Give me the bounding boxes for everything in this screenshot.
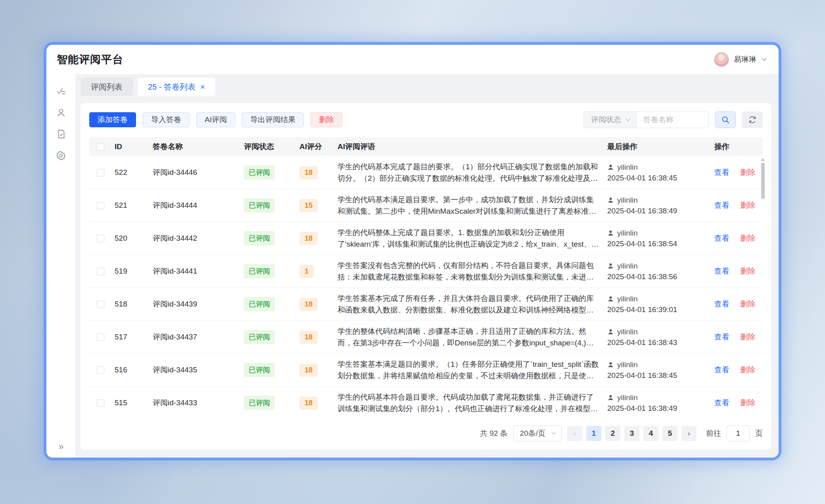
- status-badge: 已评阅: [244, 363, 275, 377]
- view-link[interactable]: 查看: [714, 168, 729, 176]
- view-link[interactable]: 查看: [714, 333, 729, 341]
- status-filter-select[interactable]: 评阅状态: [584, 112, 637, 128]
- select-all-checkbox[interactable]: [97, 143, 104, 151]
- app-window: 智能评阅平台 易琳琳 »: [46, 45, 779, 458]
- row-checkbox[interactable]: [97, 235, 104, 242]
- export-results-button[interactable]: 导出评阅结果: [242, 112, 304, 127]
- delete-link[interactable]: 删除: [740, 234, 755, 242]
- person-icon: [607, 197, 614, 203]
- prev-page-button[interactable]: ‹: [567, 426, 582, 441]
- tab-review-list[interactable]: 评阅列表: [81, 78, 133, 96]
- tab-bar: 评阅列表 25 - 答卷列表 ×: [81, 78, 771, 96]
- row-operator: yilinlin: [617, 293, 638, 304]
- view-link[interactable]: 查看: [714, 267, 729, 275]
- table-row: 518 评阅id-34439 已评阅 18 学生答案基本完成了所有任务，并且大体…: [89, 288, 763, 321]
- score-badge: 18: [299, 331, 318, 344]
- table-row: 520 评阅id-34442 已评阅 18 学生的代码整体上完成了题目要求。1.…: [89, 222, 763, 255]
- header-name: 答卷名称: [150, 142, 241, 152]
- page-button-5[interactable]: 5: [662, 426, 677, 441]
- answer-name-input[interactable]: [637, 112, 708, 128]
- row-time: 2025-04-01 16:38:45: [607, 172, 708, 183]
- next-page-button[interactable]: ›: [681, 426, 696, 441]
- sidebar: »: [46, 74, 76, 458]
- page-size-select[interactable]: 20条/页: [513, 425, 562, 441]
- tab-answer-list[interactable]: 25 - 答卷列表 ×: [138, 78, 215, 96]
- table-row: 521 评阅id-34444 已评阅 15 学生的代码基本满足题目要求。第一步中…: [89, 189, 763, 222]
- ai-review-button[interactable]: AI评阅: [196, 112, 235, 127]
- scroll-up-icon[interactable]: [761, 158, 765, 161]
- view-link[interactable]: 查看: [714, 234, 729, 242]
- score-badge: 18: [299, 232, 318, 245]
- status-badge: 已评阅: [244, 264, 275, 278]
- scrollbar[interactable]: [760, 158, 765, 412]
- view-link[interactable]: 查看: [714, 300, 729, 308]
- refresh-button[interactable]: [742, 111, 763, 128]
- view-link[interactable]: 查看: [714, 201, 729, 209]
- status-badge: 已评阅: [244, 396, 275, 410]
- delete-link[interactable]: 删除: [740, 201, 755, 209]
- view-link[interactable]: 查看: [714, 399, 729, 407]
- import-answer-button[interactable]: 导入答卷: [143, 112, 190, 127]
- score-badge: 15: [299, 199, 318, 212]
- row-checkbox[interactable]: [97, 399, 104, 407]
- row-checkbox[interactable]: [97, 301, 104, 308]
- row-checkbox[interactable]: [97, 366, 104, 374]
- row-time: 2025-04-01 16:39:01: [607, 304, 708, 315]
- row-id: 515: [111, 399, 150, 407]
- avatar[interactable]: [714, 52, 729, 67]
- refresh-icon: [748, 115, 757, 124]
- view-link[interactable]: 查看: [714, 366, 729, 374]
- magnifier-icon: [721, 115, 730, 124]
- document-check-icon[interactable]: [52, 125, 70, 143]
- search-button[interactable]: [715, 111, 736, 128]
- sidebar-collapse-icon[interactable]: »: [46, 441, 76, 452]
- row-time: 2025-04-01 16:38:54: [607, 238, 708, 249]
- main-content: 评阅列表 25 - 答卷列表 × 添加答卷 导入答卷 AI评阅 导出评阅结果 删…: [76, 74, 779, 458]
- close-icon[interactable]: ×: [200, 83, 205, 91]
- page-button-2[interactable]: 2: [605, 426, 620, 441]
- row-name: 评阅id-34433: [150, 398, 241, 408]
- page-button-4[interactable]: 4: [643, 426, 658, 441]
- chevron-down-icon: [551, 431, 556, 436]
- status-badge: 已评阅: [244, 330, 275, 344]
- goto-page-input[interactable]: [727, 425, 750, 441]
- delete-link[interactable]: 删除: [740, 399, 755, 407]
- header-last-op: 最后操作: [604, 142, 711, 152]
- person-icon: [607, 295, 614, 302]
- scrollbar-thumb[interactable]: [761, 163, 765, 199]
- add-answer-button[interactable]: 添加答卷: [89, 112, 136, 127]
- user-name: 易琳琳: [734, 54, 756, 65]
- delete-button[interactable]: 删除: [311, 112, 342, 127]
- row-checkbox[interactable]: [97, 333, 104, 341]
- status-badge: 已评阅: [244, 198, 275, 213]
- total-count: 共 92 条: [480, 428, 508, 439]
- delete-link[interactable]: 删除: [740, 300, 755, 308]
- gear-icon[interactable]: [52, 146, 70, 165]
- row-operator: yilinlin: [617, 162, 638, 172]
- delete-link[interactable]: 删除: [740, 333, 755, 341]
- score-badge: 18: [299, 166, 318, 179]
- answer-table: ID 答卷名称 评阅状态 AI评分 AI评阅评语 最后操作 操作 522 评阅i…: [89, 137, 763, 419]
- delete-link[interactable]: 删除: [740, 267, 755, 275]
- row-checkbox[interactable]: [97, 268, 104, 275]
- page-button-3[interactable]: 3: [624, 426, 639, 441]
- header-comment: AI评阅评语: [334, 142, 604, 152]
- person-icon: [607, 230, 614, 236]
- row-id: 518: [111, 300, 150, 309]
- score-badge: 18: [299, 397, 318, 410]
- row-checkbox[interactable]: [97, 169, 104, 176]
- delete-link[interactable]: 删除: [740, 168, 755, 176]
- row-name: 评阅id-34442: [150, 233, 241, 243]
- row-checkbox[interactable]: [97, 202, 104, 209]
- person-icon: [607, 328, 614, 335]
- page-button-1[interactable]: 1: [586, 426, 601, 441]
- header-score: AI评分: [296, 142, 334, 152]
- row-time: 2025-04-01 16:38:49: [607, 205, 708, 216]
- user-menu[interactable]: 易琳琳: [714, 52, 767, 67]
- score-badge: 18: [299, 364, 318, 377]
- user-icon[interactable]: [52, 103, 70, 122]
- row-comment: 学生的代码基本完成了题目的要求。（1）部分代码正确实现了数据集的加载和切分。（2…: [338, 161, 601, 184]
- checklist-icon[interactable]: [52, 82, 70, 100]
- row-name: 评阅id-34446: [150, 167, 241, 178]
- delete-link[interactable]: 删除: [740, 366, 755, 374]
